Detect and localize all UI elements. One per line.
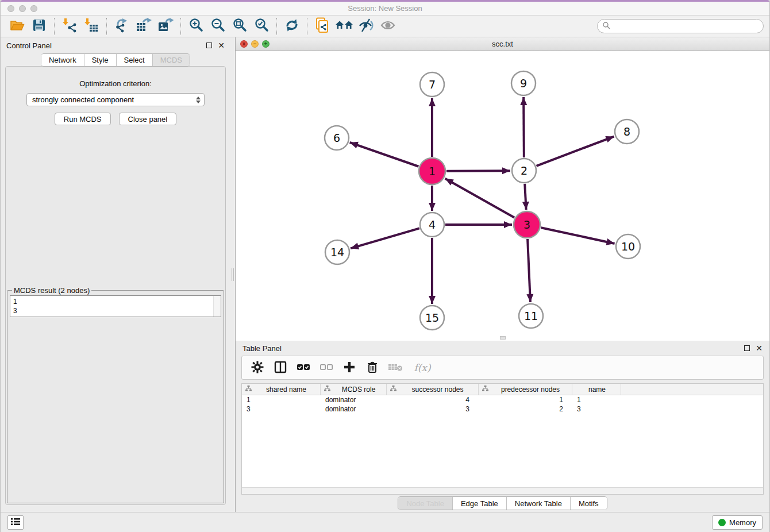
svg-text:14: 14	[330, 246, 344, 259]
canvas-resize-handle[interactable]	[500, 336, 506, 340]
select-all-button[interactable]	[295, 359, 312, 376]
tab-node-table[interactable]: Node Table	[398, 497, 452, 510]
dropdown-value: strongly connected component	[32, 95, 134, 104]
panel-splitter[interactable]	[230, 37, 235, 512]
first-neighbors-button[interactable]	[333, 17, 355, 36]
column-layout-button[interactable]	[272, 359, 289, 376]
column-header-name[interactable]: name	[572, 384, 621, 395]
column-header-predecessor-nodes[interactable]: predecessor nodes	[479, 384, 572, 395]
optimization-criterion-label: Optimization criterion:	[6, 79, 225, 88]
toolbar-separator	[276, 18, 277, 35]
close-table-panel-icon[interactable]: ✕	[756, 345, 763, 351]
graph-node-1[interactable]: 1	[419, 158, 445, 184]
edge-2-8[interactable]	[537, 137, 614, 166]
zoom-in-button[interactable]	[185, 17, 207, 36]
graph-node-14[interactable]: 14	[325, 240, 349, 264]
table-row[interactable]: 1dominator411	[242, 395, 763, 404]
tab-network[interactable]: Network	[41, 54, 84, 66]
network-titlebar[interactable]: x − + scc.txt	[236, 37, 769, 51]
sort-hierarchy-icon	[324, 385, 330, 394]
graph-node-6[interactable]: 6	[325, 126, 349, 150]
deselect-all-button[interactable]	[318, 359, 335, 376]
search-input[interactable]	[610, 22, 759, 30]
delete-table-button[interactable]	[387, 359, 404, 376]
edge-4-14[interactable]	[351, 228, 419, 248]
table-cell[interactable]: 3	[387, 404, 479, 414]
copy-network-button[interactable]	[311, 17, 333, 36]
graph-node-4[interactable]: 4	[420, 213, 444, 237]
table-cell[interactable]: 1	[572, 395, 621, 404]
optimization-criterion-select[interactable]: strongly connected component	[26, 93, 205, 106]
table-cell[interactable]: 1	[479, 395, 572, 404]
save-session-button[interactable]	[28, 17, 50, 36]
edge-3-10[interactable]	[541, 228, 614, 244]
export-table-icon	[136, 18, 152, 34]
table-hscrollbar[interactable]	[242, 487, 763, 494]
close-panel-icon[interactable]: ✕	[218, 43, 225, 48]
zoom-selected-button[interactable]	[251, 17, 272, 36]
graph-node-2[interactable]: 2	[512, 159, 536, 183]
graph-node-8[interactable]: 8	[615, 119, 639, 144]
network-canvas-container[interactable]: 1234678910111415	[236, 51, 769, 341]
zoom-out-button[interactable]	[207, 17, 229, 36]
edge-3-11[interactable]	[528, 239, 530, 302]
table-cell[interactable]: 2	[479, 404, 572, 414]
column-header-shared-name[interactable]: shared name	[242, 384, 321, 395]
memory-button[interactable]: Memory	[712, 515, 763, 530]
float-table-panel-icon[interactable]	[744, 345, 750, 351]
main-toolbar	[1, 16, 769, 37]
edge-3-1[interactable]	[445, 179, 515, 218]
graph-node-3[interactable]: 3	[514, 211, 540, 238]
show-graphics-details-button[interactable]	[377, 17, 399, 36]
column-header-MCDS-role[interactable]: MCDS role	[321, 384, 387, 395]
table-row[interactable]: 3dominator323	[242, 404, 763, 414]
edge-2-9[interactable]	[523, 97, 524, 157]
table-cell[interactable]: dominator	[321, 404, 387, 414]
table-cell[interactable]: 4	[387, 395, 479, 404]
zoom-in-icon	[188, 18, 203, 34]
graph-node-9[interactable]: 9	[511, 71, 536, 95]
refresh-layout-button[interactable]	[281, 17, 303, 36]
tab-network-table[interactable]: Network Table	[506, 497, 570, 510]
search-field[interactable]	[597, 19, 764, 33]
graph-node-11[interactable]: 11	[519, 304, 543, 328]
delete-table-icon	[388, 363, 403, 373]
float-panel-icon[interactable]	[206, 43, 212, 48]
table-cell[interactable]: 3	[572, 404, 621, 414]
tab-style[interactable]: Style	[84, 54, 116, 66]
graph-node-7[interactable]: 7	[420, 72, 444, 97]
export-image-button[interactable]	[155, 17, 176, 36]
add-column-button[interactable]	[341, 359, 358, 376]
graph-node-10[interactable]: 10	[616, 234, 640, 259]
export-network-button[interactable]	[111, 17, 133, 36]
open-session-button[interactable]	[6, 17, 28, 36]
run-mcds-button[interactable]: Run MCDS	[55, 113, 111, 125]
tab-mcds[interactable]: MCDS	[152, 54, 190, 66]
table-cell[interactable]: 1	[242, 395, 321, 404]
import-network-button[interactable]	[59, 17, 80, 36]
edge-1-6[interactable]	[350, 142, 419, 167]
edge-2-3[interactable]	[525, 184, 526, 210]
tab-edge-table[interactable]: Edge Table	[452, 497, 506, 510]
splitter-grip[interactable]	[232, 268, 234, 281]
tab-select[interactable]: Select	[116, 54, 152, 66]
edge-1-2[interactable]	[446, 171, 510, 171]
table-cell[interactable]: 3	[242, 404, 321, 414]
function-builder-button[interactable]: f(x)	[410, 359, 435, 376]
column-header-successor-nodes[interactable]: successor nodes	[387, 384, 479, 395]
zoom-fit-button[interactable]	[229, 17, 251, 36]
export-table-button[interactable]	[133, 17, 155, 36]
table-cell[interactable]: dominator	[321, 395, 387, 404]
result-scrollbar[interactable]	[213, 296, 221, 317]
network-canvas[interactable]: 1234678910111415	[236, 51, 770, 340]
table-settings-button[interactable]	[249, 359, 266, 376]
open-folder-icon	[10, 18, 25, 34]
task-history-button[interactable]	[7, 515, 24, 530]
import-table-button[interactable]	[80, 17, 102, 36]
hide-graphics-details-button[interactable]	[355, 17, 377, 36]
delete-column-button[interactable]	[364, 359, 381, 376]
node-table: shared nameMCDS rolesuccessor nodesprede…	[241, 383, 764, 495]
close-panel-button[interactable]: Close panel	[119, 113, 177, 125]
tab-motifs[interactable]: Motifs	[570, 497, 607, 510]
graph-node-15[interactable]: 15	[420, 306, 444, 330]
